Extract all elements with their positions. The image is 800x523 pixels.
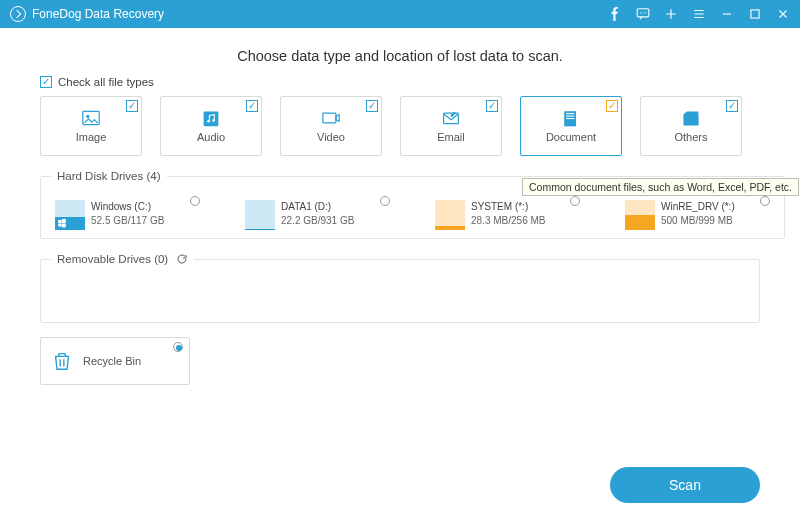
svg-point-8 xyxy=(207,120,210,123)
hard-disk-drives: Windows (C:)52.5 GB/117 GBDATA1 (D:)22.2… xyxy=(51,194,774,230)
type-label: Video xyxy=(317,131,345,143)
type-label: Others xyxy=(674,131,707,143)
check-all-checkbox[interactable] xyxy=(40,76,52,88)
type-label: Document xyxy=(546,131,596,143)
svg-rect-7 xyxy=(204,111,219,126)
email-icon xyxy=(440,109,462,127)
type-card-image[interactable]: Image xyxy=(40,96,142,156)
drive-item[interactable]: Windows (C:)52.5 GB/117 GB xyxy=(55,200,200,230)
drive-usage-bar xyxy=(625,200,655,230)
feedback-icon[interactable] xyxy=(636,7,650,21)
svg-point-3 xyxy=(645,12,646,13)
type-card-email[interactable]: Email xyxy=(400,96,502,156)
type-checkbox[interactable] xyxy=(246,100,258,112)
video-icon xyxy=(320,109,342,127)
maximize-icon[interactable] xyxy=(748,7,762,21)
drive-info: Windows (C:)52.5 GB/117 GB xyxy=(91,200,164,230)
drive-item[interactable]: DATA1 (D:)22.2 GB/931 GB xyxy=(245,200,390,230)
type-label: Image xyxy=(76,131,107,143)
type-card-audio[interactable]: Audio xyxy=(160,96,262,156)
scan-button[interactable]: Scan xyxy=(610,467,760,503)
type-checkbox[interactable] xyxy=(606,100,618,112)
others-icon xyxy=(680,109,702,127)
removable-legend: Removable Drives (0) xyxy=(51,253,194,265)
drive-info: SYSTEM (*:)28.3 MB/256 MB xyxy=(471,200,545,230)
menu-icon[interactable] xyxy=(692,7,706,21)
svg-rect-10 xyxy=(323,113,336,123)
type-label: Audio xyxy=(197,131,225,143)
svg-point-2 xyxy=(642,12,643,13)
audio-icon xyxy=(200,109,222,127)
type-card-others[interactable]: Others xyxy=(640,96,742,156)
titlebar: FoneDog Data Recovery xyxy=(0,0,800,28)
windows-icon xyxy=(57,218,67,228)
close-icon[interactable] xyxy=(776,7,790,21)
plus-icon[interactable] xyxy=(664,7,678,21)
facebook-icon[interactable] xyxy=(608,7,622,21)
title-left: FoneDog Data Recovery xyxy=(10,6,164,22)
removable-group: Removable Drives (0) xyxy=(40,253,760,323)
drive-radio[interactable] xyxy=(570,196,580,206)
drive-info: DATA1 (D:)22.2 GB/931 GB xyxy=(281,200,354,230)
document-tooltip: Common document files, such as Word, Exc… xyxy=(522,178,799,196)
recycle-radio[interactable] xyxy=(173,342,183,352)
recycle-label: Recycle Bin xyxy=(83,355,141,367)
svg-rect-17 xyxy=(566,116,574,117)
type-checkbox[interactable] xyxy=(486,100,498,112)
type-label: Email xyxy=(437,131,465,143)
svg-point-1 xyxy=(640,12,641,13)
svg-rect-11 xyxy=(444,113,459,124)
check-all-row[interactable]: Check all file types xyxy=(40,76,760,88)
svg-rect-19 xyxy=(684,115,699,126)
svg-point-9 xyxy=(212,119,215,122)
page-heading: Choose data type and location of lost da… xyxy=(40,40,760,76)
hard-disk-legend: Hard Disk Drives (4) xyxy=(51,170,167,182)
drive-item[interactable]: WinRE_DRV (*:)500 MB/999 MB xyxy=(625,200,770,230)
type-checkbox[interactable] xyxy=(726,100,738,112)
removable-legend-text: Removable Drives (0) xyxy=(57,253,168,265)
app-logo-icon xyxy=(10,6,26,22)
drive-usage-bar xyxy=(245,200,275,230)
type-checkbox[interactable] xyxy=(366,100,378,112)
drive-radio[interactable] xyxy=(380,196,390,206)
app-title: FoneDog Data Recovery xyxy=(32,7,164,21)
drive-usage-bar xyxy=(435,200,465,230)
type-checkbox[interactable] xyxy=(126,100,138,112)
drive-info: WinRE_DRV (*:)500 MB/999 MB xyxy=(661,200,735,230)
minimize-icon[interactable] xyxy=(720,7,734,21)
svg-point-6 xyxy=(86,115,89,118)
file-type-row: ImageAudioVideoEmailDocumentOthers xyxy=(40,96,760,156)
title-controls xyxy=(608,7,790,21)
drive-radio[interactable] xyxy=(190,196,200,206)
drive-usage-bar xyxy=(55,200,85,230)
main-content: Choose data type and location of lost da… xyxy=(0,28,800,385)
check-all-label: Check all file types xyxy=(58,76,154,88)
drive-radio[interactable] xyxy=(760,196,770,206)
trash-icon xyxy=(51,349,73,373)
svg-rect-18 xyxy=(566,118,574,119)
document-icon xyxy=(560,109,582,127)
refresh-icon[interactable] xyxy=(176,253,188,265)
recycle-bin-card[interactable]: Recycle Bin xyxy=(40,337,190,385)
svg-rect-16 xyxy=(566,113,574,114)
image-icon xyxy=(80,109,102,127)
type-card-video[interactable]: Video xyxy=(280,96,382,156)
svg-rect-4 xyxy=(751,10,759,18)
type-card-document[interactable]: Document xyxy=(520,96,622,156)
drive-item[interactable]: SYSTEM (*:)28.3 MB/256 MB xyxy=(435,200,580,230)
